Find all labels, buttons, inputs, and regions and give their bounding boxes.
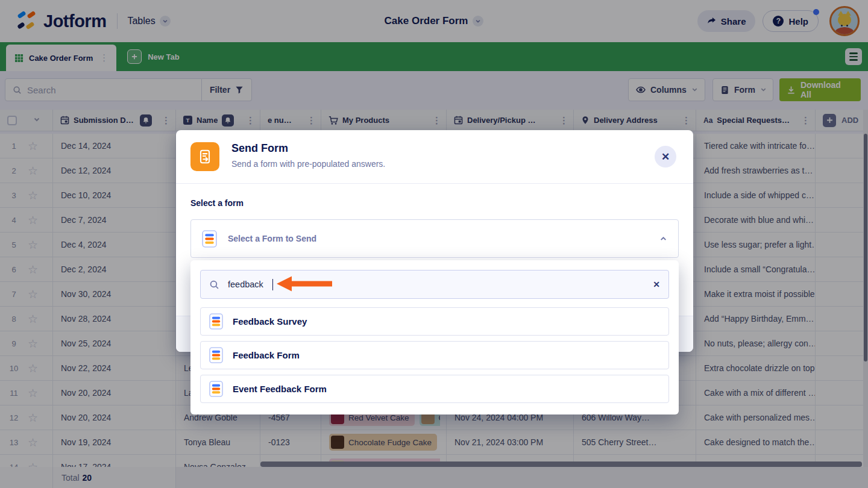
modal-divider: [176, 183, 693, 184]
form-icon: [209, 313, 223, 330]
form-icon: [209, 381, 223, 397]
text-cursor: [272, 279, 274, 290]
form-result-item[interactable]: Event Feedback Form: [200, 375, 669, 403]
form-result-label: Event Feedback Form: [233, 384, 327, 394]
clear-search-icon[interactable]: ✕: [653, 280, 660, 289]
search-icon: [209, 280, 219, 290]
form-icon: [202, 230, 217, 248]
close-icon[interactable]: ✕: [655, 146, 676, 167]
form-select-placeholder: Select a Form to Send: [228, 234, 649, 243]
form-search-value: feedback: [228, 280, 263, 289]
form-select-panel: feedback ✕ Feedback SurveyFeedback FormE…: [190, 260, 679, 414]
form-icon: [209, 347, 223, 363]
form-select-dropdown[interactable]: Select a Form to Send: [190, 219, 679, 258]
form-result-label: Feedback Form: [233, 350, 300, 360]
select-form-label: Select a form: [190, 198, 244, 208]
chevron-up-icon: [659, 235, 667, 243]
form-result-item[interactable]: Feedback Form: [200, 341, 669, 369]
jotform-tables-app: Jotform Tables Cake Order Form Share ?: [0, 0, 868, 488]
modal-title: Send Form: [231, 142, 288, 155]
form-result-label: Feedback Survey: [233, 316, 307, 327]
modal-subtitle: Send a form with pre-populated answers.: [231, 159, 385, 169]
form-result-item[interactable]: Feedback Survey: [200, 307, 669, 336]
send-form-icon: [190, 142, 219, 171]
form-search-input[interactable]: feedback ✕: [200, 270, 669, 299]
